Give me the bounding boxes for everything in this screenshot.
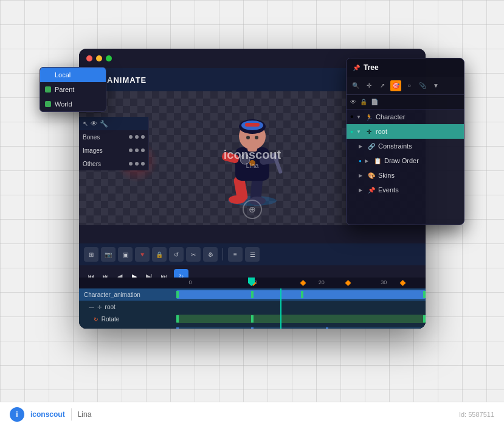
tree-items-container: • ▼ 🏃 Character ● ▼ ✛ root ▶ 🔗 Constrain… bbox=[347, 110, 464, 197]
others-dot1 bbox=[129, 162, 133, 166]
keyframe-diamond-2 bbox=[345, 280, 351, 286]
kf-char-1 bbox=[176, 291, 179, 298]
world-icon bbox=[45, 101, 51, 107]
images-dot1 bbox=[129, 148, 133, 152]
kf-rot-3 bbox=[423, 315, 426, 323]
tree-circle-icon[interactable]: ○ bbox=[404, 80, 415, 91]
wrench-icon[interactable]: 🔧 bbox=[100, 120, 108, 128]
tree-visibility-row: 👁 🔒 📄 bbox=[347, 95, 464, 110]
tree-item-skins[interactable]: ▶ 🎨 Skins bbox=[347, 168, 464, 183]
expand-draworder[interactable]: ▶ bbox=[365, 158, 371, 164]
tree-item-constraints[interactable]: ▶ 🔗 Constraints bbox=[347, 139, 464, 153]
tool-settings-btn[interactable]: ≡ bbox=[228, 247, 243, 262]
watermark-sub: Lina bbox=[224, 162, 281, 169]
tool-menu-btn[interactable]: ☰ bbox=[245, 247, 260, 262]
tool-frame-btn[interactable]: ▣ bbox=[118, 247, 133, 262]
close-button[interactable] bbox=[86, 55, 92, 61]
visibility-lock-icon[interactable]: 🔒 bbox=[360, 99, 367, 105]
kf-trans-2 bbox=[251, 327, 254, 329]
kf-trans-3 bbox=[326, 327, 328, 329]
track-bar-translate bbox=[176, 327, 426, 329]
tool-filter-btn[interactable]: 🔻 bbox=[135, 247, 150, 262]
visibility-layer-icon[interactable]: 📄 bbox=[371, 99, 378, 105]
tool-divider1 bbox=[223, 248, 223, 260]
tree-label-root: root bbox=[376, 128, 387, 135]
tree-label-draworder: Draw Order bbox=[384, 157, 419, 164]
tree-label-constraints: Constraints bbox=[378, 142, 412, 150]
rotate-label: Rotate bbox=[102, 316, 119, 323]
tree-toolbar: 🔍 ✛ ↗ 🎯 ○ 📎 ▼ bbox=[347, 77, 464, 95]
crosshair-icon: ✛ bbox=[97, 304, 102, 310]
kf-trans-4 bbox=[423, 327, 426, 329]
tool-cut-btn[interactable]: ✂ bbox=[186, 247, 201, 262]
tree-panel: 📌 Tree 🔍 ✛ ↗ 🎯 ○ 📎 ▼ 👁 🔒 📄 • ▼ 🏃 Charact… bbox=[346, 58, 464, 225]
playhead-line bbox=[280, 288, 281, 329]
ruler-mark-20: 20 bbox=[319, 279, 325, 285]
menu-item-parent[interactable]: Parent bbox=[40, 82, 106, 97]
tool-undo-btn[interactable]: ↺ bbox=[169, 247, 184, 262]
expand-character[interactable]: ▼ bbox=[356, 114, 362, 120]
svg-point-15 bbox=[255, 136, 258, 139]
tool-lock-btn[interactable]: 🔒 bbox=[152, 247, 167, 262]
tree-search-icon[interactable]: 🔍 bbox=[350, 80, 361, 91]
tree-move-icon[interactable]: ✛ bbox=[364, 80, 375, 91]
eye-icon[interactable]: 👁 bbox=[91, 120, 97, 127]
tree-label-character: Character bbox=[376, 113, 405, 120]
keyframe-diamond-3 bbox=[400, 280, 406, 286]
others-dot2 bbox=[135, 162, 139, 166]
menu-item-local[interactable]: Local bbox=[40, 68, 106, 82]
tree-transform-icon[interactable]: ↗ bbox=[377, 80, 388, 91]
watermark: iconscout Lina bbox=[224, 148, 281, 169]
cursor-icon[interactable]: ↖ bbox=[83, 120, 88, 128]
parent-icon bbox=[45, 86, 51, 93]
ruler-area[interactable]: 0 10 20 30 bbox=[176, 278, 426, 288]
others-dot3 bbox=[141, 162, 145, 166]
track-rotate[interactable]: ↻ Rotate bbox=[79, 313, 426, 325]
tool-grid-btn[interactable]: ⊞ bbox=[84, 247, 98, 262]
expand-constraints[interactable]: ▶ bbox=[359, 144, 365, 149]
bullet-char: • bbox=[350, 111, 354, 122]
timeline-tracks: Character_animation — ✛ root ↻ Rotate bbox=[79, 288, 426, 329]
track-root[interactable]: — ✛ root bbox=[79, 301, 426, 313]
track-character-animation[interactable]: Character_animation bbox=[79, 288, 426, 301]
brand-label: iconscout bbox=[30, 410, 65, 419]
menu-label-parent: Parent bbox=[55, 86, 74, 93]
tool-camera-btn[interactable]: 📷 bbox=[101, 247, 116, 262]
tree-item-draworder[interactable]: ● ▶ 📋 Draw Order bbox=[347, 153, 464, 168]
user-label: Lina bbox=[78, 410, 92, 419]
timeline-ruler-container: 0 10 20 30 bbox=[79, 278, 426, 288]
ruler-spacer bbox=[79, 278, 176, 288]
ruler-mark-0: 0 bbox=[189, 279, 192, 285]
track-label-character: Character_animation bbox=[79, 292, 176, 298]
tree-item-character[interactable]: • ▼ 🏃 Character bbox=[347, 110, 464, 124]
expand-skins[interactable]: ▶ bbox=[359, 173, 365, 178]
maximize-button[interactable] bbox=[106, 55, 112, 61]
others-label: Others bbox=[83, 161, 126, 167]
translate-label: Translate bbox=[102, 328, 126, 329]
expand-events[interactable]: ▶ bbox=[359, 187, 365, 193]
tree-clip-icon[interactable]: 📎 bbox=[417, 80, 428, 91]
menu-item-world[interactable]: World bbox=[40, 97, 106, 111]
tree-target-icon[interactable]: 🎯 bbox=[390, 80, 401, 91]
id-label: Id: 5587511 bbox=[459, 411, 494, 418]
menu-label-local: Local bbox=[55, 71, 71, 79]
svg-point-3 bbox=[229, 195, 246, 204]
bones-dot1 bbox=[129, 135, 133, 139]
iconscout-icon: i bbox=[10, 407, 24, 422]
expand-root[interactable]: ▼ bbox=[356, 129, 362, 134]
track-bar-rotate bbox=[176, 315, 426, 323]
viewport-center-icon: ⊕ bbox=[243, 200, 262, 219]
kf-rot-2 bbox=[251, 315, 254, 323]
keyframe-diamond-1 bbox=[300, 280, 306, 286]
track-translate[interactable]: ✛ Translate bbox=[79, 325, 426, 329]
tool-link-btn[interactable]: ⚙ bbox=[203, 247, 218, 262]
minimize-button[interactable] bbox=[96, 55, 102, 61]
skins-icon: 🎨 bbox=[367, 171, 376, 180]
tree-filter-icon[interactable]: ▼ bbox=[430, 80, 441, 91]
tree-item-root[interactable]: ● ▼ ✛ root bbox=[347, 124, 464, 139]
tree-title: Tree bbox=[364, 63, 379, 72]
visibility-eye-icon[interactable]: 👁 bbox=[350, 99, 356, 105]
track-content-rotate bbox=[176, 313, 426, 325]
tree-item-events[interactable]: ▶ 📌 Events bbox=[347, 183, 464, 197]
track-content-root bbox=[176, 301, 426, 313]
